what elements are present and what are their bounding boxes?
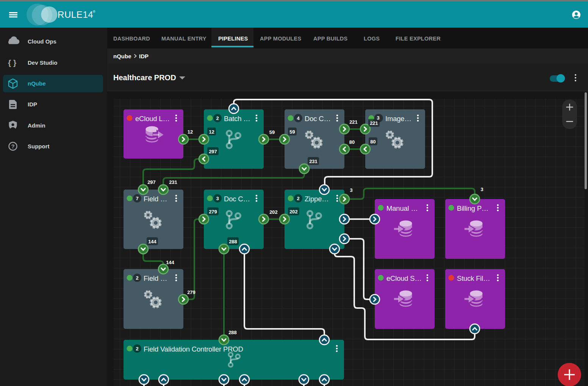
svg-text:144: 144 (166, 260, 174, 265)
svg-text:3: 3 (377, 115, 379, 121)
svg-text:3: 3 (350, 187, 352, 193)
svg-text:288: 288 (228, 330, 237, 335)
svg-text:59: 59 (269, 129, 275, 135)
svg-text:Batch …: Batch … (224, 115, 250, 123)
svg-text:2: 2 (136, 275, 138, 281)
svg-text:2: 2 (136, 346, 138, 352)
svg-text:144: 144 (148, 239, 156, 244)
svg-text:231: 231 (169, 179, 177, 185)
svg-text:221: 221 (349, 119, 358, 125)
svg-text:231: 231 (309, 159, 317, 164)
svg-text:Field …: Field … (144, 195, 167, 203)
svg-text:Field …: Field … (144, 274, 167, 282)
svg-text:202: 202 (269, 209, 278, 215)
svg-text:7: 7 (136, 196, 138, 201)
svg-text:12: 12 (188, 129, 193, 135)
svg-text:279: 279 (187, 290, 195, 295)
svg-text:Stuck Fil…: Stuck Fil… (457, 274, 490, 282)
svg-text:Zippe…: Zippe… (305, 195, 329, 203)
svg-text:Manual …: Manual … (386, 204, 418, 212)
svg-text:279: 279 (209, 209, 217, 215)
svg-text:297: 297 (209, 149, 217, 154)
svg-text:202: 202 (289, 209, 298, 215)
svg-text:80: 80 (370, 139, 375, 145)
svg-text:Image…: Image… (385, 115, 411, 123)
svg-text:Field Validation Controller PR: Field Validation Controller PROD (144, 345, 243, 353)
svg-text:2: 2 (297, 196, 299, 201)
svg-text:Billing P…: Billing P… (457, 204, 488, 212)
svg-text:Doc C…: Doc C… (224, 195, 250, 203)
svg-text:4: 4 (297, 115, 300, 121)
svg-text:297: 297 (147, 179, 156, 185)
svg-text:eCloud L…: eCloud L… (135, 115, 170, 123)
svg-text:80: 80 (349, 139, 355, 145)
svg-text:3: 3 (216, 196, 219, 201)
svg-text:59: 59 (289, 129, 295, 135)
svg-text:3: 3 (480, 187, 483, 192)
svg-text:2: 2 (216, 115, 219, 121)
svg-text:eCloud S…: eCloud S… (386, 274, 422, 282)
svg-text:Doc C…: Doc C… (305, 115, 331, 123)
svg-text:288: 288 (229, 239, 237, 244)
svg-text:12: 12 (209, 129, 214, 135)
